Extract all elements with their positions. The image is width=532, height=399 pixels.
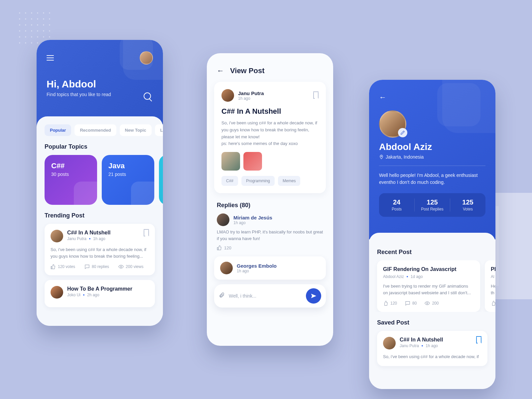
topic-card-more[interactable]: [159, 155, 163, 205]
like-button[interactable]: 120: [217, 245, 323, 250]
thumb-up-icon: [383, 301, 388, 306]
profile-location: Jakarta, Indonesia: [379, 154, 485, 160]
reply-avatar[interactable]: [217, 213, 229, 226]
post-time: 2h ago: [87, 293, 99, 297]
post-title: How To Be A Programmer: [67, 286, 132, 292]
post-excerpt: I've been trying to render my GIF animat…: [383, 283, 474, 296]
post-body: So, i've been using c## for a whole deca…: [221, 120, 319, 147]
post-title: Pl: [491, 266, 495, 272]
author-avatar: [51, 286, 63, 299]
bookmark-icon[interactable]: [476, 337, 481, 343]
back-arrow-icon[interactable]: ←: [217, 66, 224, 75]
saved-post-card[interactable]: C## In A Nutshell Janu Putra 1h ago So, …: [377, 331, 487, 366]
recent-post-card[interactable]: Pl Al He th: [485, 260, 495, 312]
thumb-up-icon: [491, 301, 495, 306]
profile-name: Abdool Aziz: [379, 142, 485, 152]
send-button[interactable]: [306, 288, 321, 304]
location-icon: [379, 155, 384, 159]
replies-heading: Replies (80): [207, 193, 333, 213]
tab-popular[interactable]: Popular: [45, 124, 71, 136]
topic-card-java[interactable]: Java 21 posts: [102, 155, 154, 205]
post-excerpt: So, i've been using c## for a whole deca…: [51, 246, 149, 259]
edit-icon[interactable]: [398, 128, 407, 137]
post-author: Janu Putra: [400, 343, 419, 348]
stat-votes[interactable]: 125 Votes: [450, 199, 485, 211]
tab-more[interactable]: L: [155, 124, 163, 136]
tab-new-topic[interactable]: New Topic: [120, 124, 152, 136]
tag[interactable]: Memes: [278, 176, 300, 186]
views-stat: 200 views: [118, 264, 143, 269]
tag[interactable]: C##: [221, 176, 238, 186]
reply-author: Georges Embolo: [237, 263, 277, 269]
post-time: 1h ago: [426, 343, 438, 348]
post-card[interactable]: How To Be A Programmer Joko Ui 2h ago: [45, 280, 155, 307]
post-time: 1h ago: [93, 236, 105, 241]
author-avatar: [51, 230, 63, 242]
reply-item: Miriam de Jesús 1h ago LMAO try to learn…: [207, 213, 333, 256]
post-excerpt: So, i've been using c## for a whole deca…: [383, 353, 481, 360]
post-detail-card: Janu Putra 1h ago C## In A Nutshell So, …: [214, 82, 326, 193]
reply-time: 1h ago: [237, 269, 277, 273]
profile-stats: 24 Posts 125 Post Replies 125 Votes: [379, 193, 485, 217]
category-tabs: Popular Recommended New Topic L: [37, 124, 163, 136]
search-icon[interactable]: [144, 92, 151, 100]
author-avatar[interactable]: [221, 89, 234, 102]
topic-count: 30 posts: [51, 172, 90, 177]
reply-item[interactable]: Georges Embolo 1h ago: [214, 256, 326, 280]
eye-icon: [425, 301, 430, 306]
svg-point-0: [120, 266, 122, 267]
reply-time: 1h ago: [233, 220, 272, 225]
post-image[interactable]: [221, 152, 240, 171]
subtitle: Find topics that you like to read: [47, 92, 153, 97]
tag[interactable]: Programming: [241, 176, 275, 186]
post-time: 1h ago: [238, 96, 309, 101]
profile-screen: ← Abdool Aziz Jakarta, Indonesia Well he…: [369, 80, 495, 389]
bookmark-icon[interactable]: [313, 92, 319, 99]
reply-composer: Well, i think...: [214, 284, 326, 308]
post-title: C## In A Nutshell: [67, 230, 140, 236]
votes-stat: 120 votes: [51, 264, 75, 269]
post-image[interactable]: [243, 152, 262, 171]
post-title: C## In A Nutshell: [400, 337, 472, 343]
profile-bio: Well hello people! I'm Abdool, a geek en…: [379, 172, 485, 186]
profile-avatar[interactable]: [379, 110, 406, 138]
topic-name: Java: [108, 162, 148, 170]
svg-point-2: [427, 303, 428, 304]
views-stat: 200: [425, 301, 439, 306]
view-post-screen: ← View Post Janu Putra 1h ago C## In A N…: [207, 53, 333, 346]
stat-posts[interactable]: 24 Posts: [379, 199, 415, 211]
recent-post-heading: Recent Post: [369, 241, 495, 260]
home-screen: Hi, Abdool Find topics that you like to …: [37, 40, 163, 326]
attachment-icon[interactable]: [219, 292, 225, 300]
recent-post-card[interactable]: GIF Rendering On Javascript Abdool Aziz …: [377, 260, 480, 312]
bookmark-icon[interactable]: [144, 230, 149, 236]
reply-body: LMAO try to learn PHP, it's basically fo…: [217, 229, 323, 242]
trending-post-heading: Trending Post: [37, 205, 163, 224]
menu-icon[interactable]: [47, 55, 54, 61]
author-name: Janu Putra: [238, 90, 309, 96]
votes-stat: 120: [383, 301, 397, 306]
topic-count: 21 posts: [108, 172, 148, 177]
trending-post-card[interactable]: C## In A Nutshell Janu Putra 1h ago So, …: [45, 224, 155, 275]
post-author: Abdool Aziz: [383, 274, 404, 279]
page-title: View Post: [230, 66, 265, 75]
replies-stat: 80 replies: [84, 264, 109, 269]
post-title: C## In A Nutshell: [221, 107, 319, 116]
topic-card-csharp[interactable]: C## 30 posts: [45, 155, 97, 205]
post-author: Joko Ui: [67, 293, 80, 297]
reply-author: Miriam de Jesús: [233, 215, 272, 220]
reply-avatar: [220, 262, 233, 274]
greeting: Hi, Abdool: [47, 78, 153, 90]
stat-replies[interactable]: 125 Post Replies: [415, 199, 450, 211]
comment-icon: [84, 264, 90, 269]
post-time: 1d ago: [411, 274, 423, 279]
tab-recommended[interactable]: Recommended: [74, 124, 116, 136]
post-author: Janu Putra: [67, 236, 86, 241]
thumb-up-icon: [51, 264, 56, 269]
author-avatar: [383, 337, 396, 349]
replies-stat: 80: [405, 301, 417, 306]
post-title: GIF Rendering On Javascript: [383, 266, 474, 272]
reply-input[interactable]: Well, i think...: [229, 293, 302, 299]
eye-icon: [118, 264, 124, 269]
saved-post-heading: Saved Post: [369, 312, 495, 331]
